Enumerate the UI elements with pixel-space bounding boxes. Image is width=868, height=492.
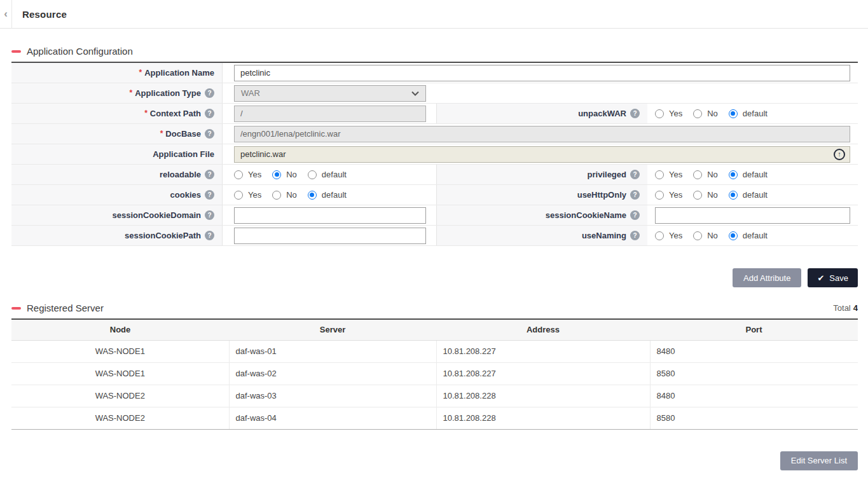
radio-selected-icon[interactable] — [729, 231, 738, 240]
radio-unselected-icon[interactable] — [655, 191, 664, 200]
radio-option-label: No — [707, 190, 718, 200]
radio-option-no[interactable]: No — [272, 170, 297, 179]
radio-unselected-icon[interactable] — [234, 170, 243, 179]
reloadable-label-cell: reloadable ? — [11, 165, 223, 184]
radio-selected-icon[interactable] — [729, 109, 738, 118]
sessioncookiename-input[interactable] — [655, 207, 850, 224]
help-icon[interactable]: ? — [630, 231, 640, 240]
radio-selected-icon[interactable] — [729, 170, 738, 179]
add-attribute-button[interactable]: Add Attribute — [733, 268, 801, 287]
context-path-label: Context Path — [150, 109, 201, 118]
check-icon: ✔ — [817, 273, 824, 283]
total-label: Total — [833, 303, 850, 313]
radio-unselected-icon[interactable] — [655, 109, 664, 118]
column-header-address: Address — [436, 319, 650, 340]
sessioncookiedomain-label: sessionCookieDomain — [113, 210, 201, 220]
help-icon[interactable]: ? — [630, 109, 640, 118]
radio-unselected-icon[interactable] — [693, 170, 702, 179]
radio-option-no[interactable]: No — [693, 190, 718, 200]
table-cell-node: WAS-NODE1 — [11, 340, 229, 362]
radio-option-yes[interactable]: Yes — [234, 170, 261, 179]
radio-option-no[interactable]: No — [693, 170, 718, 179]
app-config-form: * Application Name * Application Type ? … — [11, 62, 858, 246]
save-button[interactable]: ✔ Save — [808, 268, 858, 287]
context-path-label-cell: * Context Path ? — [11, 104, 223, 123]
radio-option-yes[interactable]: Yes — [234, 190, 261, 200]
radio-selected-icon[interactable] — [272, 170, 281, 179]
radio-unselected-icon[interactable] — [308, 170, 317, 179]
usehttponly-label: useHttpOnly — [577, 190, 626, 200]
radio-option-default[interactable]: default — [729, 190, 768, 200]
table-row: WAS-NODE1daf-was-0210.81.208.2278580 — [11, 362, 858, 385]
radio-option-label: Yes — [669, 190, 682, 200]
radio-unselected-icon[interactable] — [655, 231, 664, 240]
help-icon[interactable]: ? — [630, 210, 640, 220]
radio-option-default[interactable]: default — [308, 190, 347, 200]
sessioncookiedomain-input[interactable] — [234, 207, 426, 224]
radio-option-default[interactable]: default — [729, 170, 768, 179]
radio-option-yes[interactable]: Yes — [655, 109, 682, 118]
table-cell-node: WAS-NODE2 — [11, 385, 229, 407]
cookies-radio-group: YesNodefault — [234, 190, 357, 200]
edit-server-list-button[interactable]: Edit Server List — [780, 451, 858, 470]
row-sessioncookiedomain-name: sessionCookieDomain ? sessionCookieName … — [11, 205, 858, 226]
docbase-label: DocBase — [165, 129, 201, 139]
privileged-radio-group: YesNodefault — [655, 170, 778, 179]
unpackwar-radio-group: YesNodefault — [655, 109, 778, 118]
radio-unselected-icon[interactable] — [234, 191, 243, 200]
radio-option-no[interactable]: No — [272, 190, 297, 200]
radio-selected-icon[interactable] — [308, 191, 317, 200]
usenaming-label-cell: useNaming ? — [436, 226, 647, 245]
radio-option-default[interactable]: default — [729, 109, 768, 118]
radio-option-no[interactable]: No — [693, 231, 718, 240]
row-reloadable-privileged: reloadable ? YesNodefault privileged ? Y… — [11, 165, 858, 185]
radio-unselected-icon[interactable] — [655, 170, 664, 179]
sessioncookiedomain-label-cell: sessionCookieDomain ? — [11, 205, 223, 225]
required-marker: * — [130, 88, 133, 97]
app-config-section-title: Application Configuration — [27, 46, 133, 57]
application-name-input[interactable] — [234, 65, 850, 81]
application-file-label: Application File — [153, 149, 214, 159]
docbase-input — [234, 126, 850, 142]
required-marker: * — [144, 109, 148, 118]
radio-option-default[interactable]: default — [308, 170, 347, 179]
radio-option-yes[interactable]: Yes — [655, 170, 682, 179]
radio-option-yes[interactable]: Yes — [655, 190, 682, 200]
radio-unselected-icon[interactable] — [693, 109, 702, 118]
section-dash-icon — [11, 307, 21, 310]
main-content: Application Configuration * Application … — [0, 46, 868, 470]
radio-option-yes[interactable]: Yes — [655, 231, 682, 240]
table-cell-address: 10.81.208.227 — [436, 362, 650, 385]
help-icon[interactable]: ? — [205, 129, 214, 139]
cookies-label: cookies — [170, 190, 201, 200]
save-button-label: Save — [829, 273, 848, 283]
radio-option-label: No — [707, 170, 718, 179]
radio-selected-icon[interactable] — [729, 191, 738, 200]
help-icon[interactable]: ? — [205, 231, 214, 240]
help-icon[interactable]: ? — [205, 109, 214, 118]
table-cell-port: 8580 — [650, 407, 858, 429]
help-icon[interactable]: ? — [205, 170, 214, 179]
row-application-type: * Application Type ? WAR — [11, 83, 858, 104]
help-icon[interactable]: ? — [630, 190, 640, 200]
radio-option-default[interactable]: default — [729, 231, 768, 240]
application-type-select[interactable]: WAR — [234, 85, 426, 102]
radio-unselected-icon[interactable] — [693, 231, 702, 240]
radio-unselected-icon[interactable] — [693, 191, 702, 200]
help-icon[interactable]: ? — [205, 210, 214, 220]
application-file-input[interactable] — [234, 146, 850, 163]
radio-option-no[interactable]: No — [693, 109, 718, 118]
help-icon[interactable]: ? — [205, 190, 214, 200]
help-icon[interactable]: ? — [630, 170, 640, 179]
radio-option-label: Yes — [248, 190, 261, 200]
sessioncookiepath-input[interactable] — [234, 228, 426, 244]
table-cell-server: daf-was-04 — [229, 407, 436, 429]
back-chevron-icon[interactable]: ‹ — [0, 0, 12, 29]
help-icon[interactable]: ? — [205, 88, 214, 98]
upload-icon[interactable]: ↑ — [834, 149, 845, 160]
radio-unselected-icon[interactable] — [272, 191, 281, 200]
app-config-section-header: Application Configuration — [11, 46, 858, 57]
table-header-row: Node Server Address Port — [11, 319, 858, 340]
table-cell-port: 8580 — [650, 362, 858, 385]
application-file-label-cell: Application File — [11, 144, 223, 164]
